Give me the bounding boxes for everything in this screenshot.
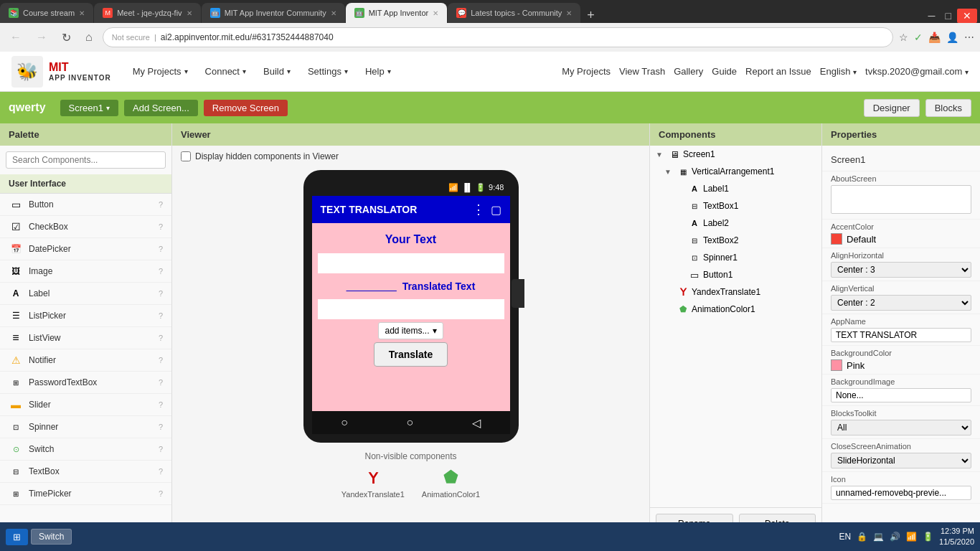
palette-item-button[interactable]: ▭ Button ? — [0, 194, 171, 216]
help-icon[interactable]: ? — [159, 222, 163, 231]
accent-color-value[interactable]: Default — [831, 233, 971, 245]
help-icon[interactable]: ? — [159, 267, 163, 276]
start-button[interactable]: ⊞ — [6, 529, 28, 545]
help-icon[interactable]: ? — [159, 489, 163, 498]
tab-close-3[interactable]: ✕ — [331, 9, 336, 17]
add-screen-button[interactable]: Add Screen... — [124, 100, 198, 116]
verify-button[interactable]: ✓ — [914, 32, 923, 43]
nav-settings[interactable]: Settings ▾ — [301, 62, 355, 81]
nav-connect[interactable]: Connect ▾ — [198, 62, 253, 81]
help-icon[interactable]: ? — [159, 245, 163, 253]
tab-close-1[interactable]: ✕ — [79, 9, 85, 17]
blocks-button[interactable]: Blocks — [925, 99, 971, 117]
remove-screen-button[interactable]: Remove Screen — [204, 100, 288, 116]
tree-animation[interactable]: ⬟ AnimationColor1 — [650, 301, 821, 318]
help-icon[interactable]: ? — [159, 445, 163, 453]
palette-item-listpicker[interactable]: ☰ ListPicker ? — [0, 305, 171, 327]
help-icon[interactable]: ? — [159, 289, 163, 298]
header-view-trash[interactable]: View Trash — [619, 66, 665, 77]
palette-item-notifier[interactable]: ⚠ Notifier ? — [0, 349, 171, 372]
icon-label: Icon — [831, 475, 971, 484]
phone-translate-button[interactable]: Translate — [374, 342, 448, 367]
header-guide[interactable]: Guide — [712, 66, 737, 77]
tab-meet[interactable]: M Meet - jqe-ydzq-fiv ✕ — [94, 3, 200, 23]
palette-items: ▭ Button ? ☑ CheckBox ? 📅 DatePicker ? 🖼… — [0, 194, 171, 540]
palette-item-datepicker[interactable]: 📅 DatePicker ? — [0, 238, 171, 260]
tree-screen1[interactable]: ▼ 🖥 Screen1 — [650, 146, 821, 163]
new-tab-button[interactable]: + — [581, 8, 600, 23]
url-separator: | — [154, 33, 156, 42]
palette-item-slider[interactable]: ▬ Slider ? — [0, 394, 171, 416]
nav-build[interactable]: Build ▾ — [256, 62, 298, 81]
tree-button1[interactable]: ▭ Button1 — [650, 266, 821, 283]
forward-button[interactable]: → — [32, 29, 52, 45]
palette-item-image[interactable]: 🖼 Image ? — [0, 260, 171, 283]
tab-latest-topics[interactable]: 💬 Latest topics - Community ✕ — [448, 3, 580, 23]
help-icon[interactable]: ? — [159, 200, 163, 209]
menu-button[interactable]: ⋯ — [964, 32, 974, 43]
tree-label1[interactable]: A Label1 — [650, 180, 821, 197]
profile-button[interactable]: 👤 — [946, 32, 958, 43]
help-icon[interactable]: ? — [159, 356, 163, 364]
palette-item-checkbox[interactable]: ☑ CheckBox ? — [0, 216, 171, 238]
maximize-button[interactable]: □ — [941, 9, 956, 23]
close-screen-animation-select[interactable]: SlideHorizontal — [831, 453, 971, 468]
tree-textbox1[interactable]: ⊟ TextBox1 — [650, 197, 821, 215]
tree-label2[interactable]: A Label2 — [650, 215, 821, 232]
help-icon[interactable]: ? — [159, 378, 163, 387]
palette-item-passwordtextbox[interactable]: ⊞ PasswordTextBox ? — [0, 372, 171, 394]
phone-screen: TEXT TRANSLATOR ⋮ ▢ Your Text _________ … — [312, 196, 510, 411]
url-bar[interactable]: Not secure | ai2.appinventor.mit.edu/#63… — [103, 27, 893, 47]
hidden-components-checkbox[interactable] — [181, 151, 191, 161]
help-icon[interactable]: ? — [159, 423, 163, 431]
screen-selector[interactable]: Screen1 ▾ — [60, 100, 118, 116]
tab-course-stream[interactable]: 📚 Course stream ✕ — [0, 3, 93, 23]
nav-my-projects[interactable]: My Projects ▾ — [126, 62, 195, 81]
align-horizontal-select[interactable]: Center : 3 — [831, 262, 971, 278]
nav-help[interactable]: Help ▾ — [358, 62, 398, 81]
header-gallery[interactable]: Gallery — [674, 66, 703, 77]
align-vertical-select[interactable]: Center : 2 — [831, 295, 971, 311]
back-button[interactable]: ← — [6, 29, 26, 45]
designer-button[interactable]: Designer — [864, 99, 920, 117]
palette-item-timepicker[interactable]: ⊞ TimePicker ? — [0, 483, 171, 505]
palette-item-textbox[interactable]: ⊟ TextBox ? — [0, 461, 171, 483]
tab-mit-app-inventor[interactable]: 🤖 MIT App Inventor ✕ — [346, 3, 448, 23]
about-screen-input[interactable] — [831, 185, 971, 214]
header-user-email[interactable]: tvksp.2020@gmail.com ▾ — [865, 66, 969, 77]
header-my-projects[interactable]: My Projects — [562, 66, 611, 77]
tab-close-4[interactable]: ✕ — [433, 9, 438, 17]
home-button[interactable]: ⌂ — [81, 29, 97, 45]
bookmark-button[interactable]: ☆ — [899, 32, 908, 43]
blocks-toolkit-select[interactable]: All — [831, 420, 971, 435]
help-icon[interactable]: ? — [159, 467, 163, 476]
reload-button[interactable]: ↻ — [57, 29, 75, 46]
palette-item-listview[interactable]: ≡ ListView ? — [0, 327, 171, 349]
tree-vert-arrangement[interactable]: ▼ ▦ VerticalArrangement1 — [650, 163, 821, 180]
close-button[interactable]: ✕ — [957, 9, 977, 23]
image-icon: 🖼 — [9, 264, 23, 278]
tree-textbox2[interactable]: ⊟ TextBox2 — [650, 232, 821, 249]
background-image-input[interactable] — [831, 388, 971, 402]
icon-input[interactable] — [831, 486, 971, 500]
background-color-value[interactable]: Pink — [831, 359, 971, 371]
taskbar-switch-item[interactable]: Switch — [31, 529, 72, 545]
search-components-input[interactable] — [6, 151, 166, 169]
help-icon[interactable]: ? — [159, 311, 163, 320]
tree-yandex[interactable]: Ү YandexTranslate1 — [650, 283, 821, 301]
save-button[interactable]: 📥 — [928, 32, 941, 43]
minimize-button[interactable]: ─ — [924, 9, 940, 23]
tree-spinner1[interactable]: ⊡ Spinner1 — [650, 249, 821, 266]
palette-item-label[interactable]: A Label ? — [0, 283, 171, 305]
header-language[interactable]: English ▾ — [820, 66, 857, 77]
tab-community[interactable]: 🤖 MIT App Inventor Community ✕ — [202, 3, 345, 23]
palette-item-spinner[interactable]: ⊡ Spinner ? — [0, 416, 171, 438]
help-icon[interactable]: ? — [159, 400, 163, 409]
app-name-input[interactable] — [831, 328, 971, 342]
tab-close-5[interactable]: ✕ — [566, 9, 572, 17]
help-icon[interactable]: ? — [159, 334, 163, 342]
tab-close-2[interactable]: ✕ — [187, 9, 192, 17]
header-report-issue[interactable]: Report an Issue — [745, 66, 811, 77]
components-panel: Components ▼ 🖥 Screen1 ▼ ▦ VerticalArran… — [650, 123, 822, 540]
palette-item-switch[interactable]: ⊙ Switch ? — [0, 438, 171, 461]
